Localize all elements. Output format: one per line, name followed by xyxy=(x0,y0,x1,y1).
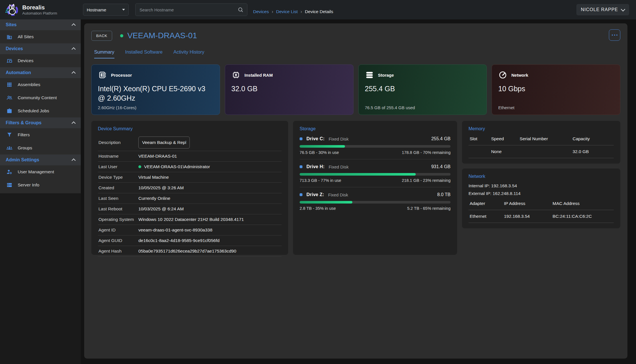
user-menu-button[interactable]: NICOLE RAPPE xyxy=(576,4,629,15)
device-summary-rows: Description Hostname VEEAM-DRAAS-01 Last… xyxy=(98,134,282,257)
section-label: Devices xyxy=(6,46,23,51)
tab-activity-history[interactable]: Activity History xyxy=(173,49,204,58)
drive-remaining-text: 5.2 TB - 65% remaining xyxy=(407,206,451,211)
network-table-row: Ethernet 192.168.3.54 BC:24:11:CA:C6:2C xyxy=(469,210,614,223)
stat-cards: Processor Intel(R) Xeon(R) CPU E5-2690 v… xyxy=(91,64,620,115)
more-options-button[interactable] xyxy=(609,29,620,41)
drive-type: Fixed Disk xyxy=(329,137,349,141)
drive-bullet-icon xyxy=(300,137,302,140)
sidebar-item-devices[interactable]: Devices xyxy=(0,54,81,67)
stat-card-value: Intel(R) Xeon(R) CPU E5-2690 v3 @ 2.60GH… xyxy=(98,84,213,103)
breadcrumb-separator-icon: › xyxy=(300,9,302,14)
storage-stack-icon xyxy=(365,70,374,80)
summary-row-agent-guid: Agent GUID de16c0c1-8aa2-4d18-9585-9ce91… xyxy=(98,235,282,246)
devices-icon xyxy=(6,58,13,64)
chevron-up-icon xyxy=(72,158,76,162)
breadcrumb-current: Device Details xyxy=(305,9,333,14)
stat-card-title: Network xyxy=(511,73,528,78)
back-button[interactable]: BACK xyxy=(91,31,112,41)
drive-row-c: Drive C: Fixed Disk 255.4 GB 76.5 GB - 3… xyxy=(300,131,451,159)
sidebar-section-sites[interactable]: Sites xyxy=(0,19,81,30)
network-panel: Network Internal IP: 192.168.3.54 Extern… xyxy=(462,168,620,228)
ellipsis-icon xyxy=(612,34,613,36)
sidebar-section-automation[interactable]: Automation xyxy=(0,67,81,78)
tab-installed-software[interactable]: Installed Software xyxy=(125,49,163,58)
sidebar: Sites All Sites Devices Devices Automati… xyxy=(0,19,81,193)
summary-row-last-seen: Last Seen Currently Online xyxy=(98,193,282,204)
internal-ip: Internal IP: 192.168.3.54 xyxy=(469,183,614,188)
drive-size: 931.4 GB xyxy=(431,164,451,169)
cpu-icon xyxy=(98,70,107,80)
search-box xyxy=(135,3,247,16)
user-gear-icon xyxy=(6,169,13,175)
panels-grid: Device Summary Description Hostname VEEA… xyxy=(91,121,620,255)
drive-type: Fixed Disk xyxy=(329,164,349,169)
borealis-logo-icon xyxy=(3,2,19,18)
drive-bullet-icon xyxy=(300,165,302,168)
search-icon[interactable] xyxy=(237,7,244,13)
drive-size: 8.0 TB xyxy=(437,192,451,197)
summary-row-agent-id: Agent ID veeam-draas-01-agent-svc-8930a3… xyxy=(98,225,282,235)
drive-remaining-text: 218.1 GB - 23% remaining xyxy=(402,178,451,183)
drive-progress-bar xyxy=(300,173,451,176)
drive-progress-bar xyxy=(300,145,451,148)
page-header: BACK VEEAM-DRAAS-01 xyxy=(91,29,620,42)
user-name: NICOLE RAPPE xyxy=(581,7,618,12)
sidebar-item-label: Devices xyxy=(18,58,33,63)
sidebar-item-user-management[interactable]: User Management xyxy=(0,165,81,178)
stat-card-footer: 76.5 GB of 255.4 GB used xyxy=(365,105,415,110)
search-input[interactable] xyxy=(139,7,237,13)
panel-title: Network xyxy=(469,174,614,179)
sidebar-item-scheduled-jobs[interactable]: Scheduled Jobs xyxy=(0,104,81,117)
sidebar-column: Sites All Sites Devices Devices Automati… xyxy=(0,19,81,364)
main-area: BACK VEEAM-DRAAS-01 Summary Installed So… xyxy=(81,19,636,364)
building-icon xyxy=(6,34,13,40)
speedometer-icon xyxy=(498,70,507,80)
drive-bullet-icon xyxy=(300,193,302,196)
people-icon xyxy=(6,95,13,101)
sidebar-item-label: Scheduled Jobs xyxy=(18,108,49,113)
drive-remaining-text: 178.8 GB - 70% remaining xyxy=(402,150,451,155)
online-status-dot xyxy=(120,34,123,37)
summary-row-agent-hash: Agent Hash 05ba0e7935171d626ecea29b27d7a… xyxy=(98,246,282,257)
summary-row-operating-system: Operating System Windows 10 2022 Datacen… xyxy=(98,214,282,225)
sidebar-item-assemblies[interactable]: Assemblies xyxy=(0,78,81,91)
stat-card-installed-ram: Installed RAM 32.0 GB xyxy=(225,64,354,115)
sidebar-item-groups[interactable]: Groups xyxy=(0,141,81,154)
sidebar-section-devices[interactable]: Devices xyxy=(0,43,81,54)
sidebar-item-server-info[interactable]: Server Info xyxy=(0,178,81,192)
row-label: Description xyxy=(98,140,138,145)
description-input[interactable] xyxy=(138,137,190,149)
sidebar-section-admin-settings[interactable]: Admin Settings xyxy=(0,154,81,165)
brand-name: Borealis xyxy=(22,4,57,11)
breadcrumb: Devices › Device List › Device Details xyxy=(253,9,333,14)
server-icon xyxy=(6,182,13,188)
sidebar-item-community-content[interactable]: Community Content xyxy=(0,91,81,104)
breadcrumb-separator-icon: › xyxy=(272,9,273,14)
brand[interactable]: Borealis Automation Platform xyxy=(0,2,81,18)
sidebar-item-filters[interactable]: Filters xyxy=(0,128,81,141)
summary-row-last-user: Last User VEEAM-DRAAS-01\Administrator xyxy=(98,162,282,172)
drive-row-z: Drive Z: Fixed Disk 8.0 TB 2.8 TB - 35% … xyxy=(300,187,451,215)
sidebar-item-label: Assemblies xyxy=(18,82,40,87)
breadcrumb-link-device-list[interactable]: Device List xyxy=(276,9,298,14)
sidebar-item-all-sites[interactable]: All Sites xyxy=(0,30,81,43)
chevron-up-icon xyxy=(72,23,76,27)
sidebar-item-label: Groups xyxy=(18,145,32,151)
content-panel: BACK VEEAM-DRAAS-01 Summary Installed So… xyxy=(84,23,627,359)
breadcrumb-link-devices[interactable]: Devices xyxy=(253,9,269,14)
network-table-header: Adapter IP Address MAC Address xyxy=(469,196,614,210)
stat-card-value: 255.4 GB xyxy=(365,84,480,93)
sidebar-section-filters-groups[interactable]: Filters & Groups xyxy=(0,117,81,128)
sidebar-item-label: User Management xyxy=(18,169,54,174)
tab-summary[interactable]: Summary xyxy=(94,49,114,58)
briefcase-icon xyxy=(6,108,13,114)
stat-card-value: 10 Gbps xyxy=(498,84,614,93)
sidebar-item-label: Filters xyxy=(18,132,30,137)
storage-panel: Storage Drive C: Fixed Disk 255.4 GB xyxy=(293,121,457,255)
device-title: VEEAM-DRAAS-01 xyxy=(127,31,197,40)
hostname-filter-select[interactable]: Hostname xyxy=(83,4,129,16)
panel-title: Storage xyxy=(300,126,451,131)
panel-title: Memory xyxy=(469,126,614,131)
section-label: Automation xyxy=(6,70,31,75)
